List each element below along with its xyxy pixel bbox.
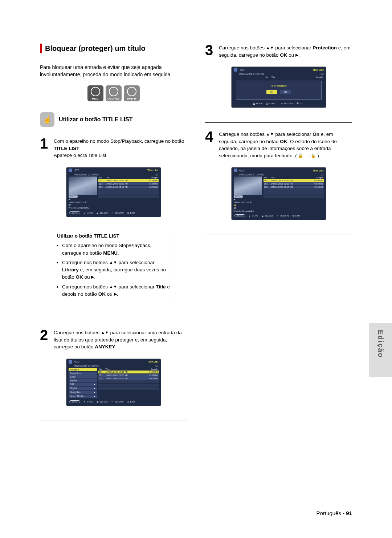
divider <box>40 321 187 321</box>
hdd-osd-icon <box>69 169 72 172</box>
step-1-body: Com o aparelho no modo Stop/Playback, ca… <box>54 137 187 159</box>
section-title-row: Bloquear (proteger) um título <box>40 44 187 53</box>
osd-thumbnail <box>69 177 97 195</box>
divider <box>40 421 187 421</box>
unlock-icon: 🔓 <box>298 153 303 159</box>
section-title: Bloquear (proteger) um título <box>45 44 146 53</box>
hdd-label: HDD <box>92 97 98 100</box>
side-tab-label: Edição <box>376 330 385 358</box>
step-3: 3 Carregue nos botões ▲▼ para selecciona… <box>205 44 352 58</box>
step-1: 1 Com o aparelho no modo Stop/Playback, … <box>40 137 187 159</box>
inset-title: Utilizar o botão TITLE LIST <box>57 232 170 240</box>
step-2: 2 Carregue nos botões ▲▼ para selecciona… <box>40 328 187 351</box>
step-3-body: Carregue nos botões ▲▼ para seleccionar … <box>219 44 352 58</box>
anykey-pill: Anykey <box>69 211 80 214</box>
section-accent-bar <box>40 44 42 53</box>
osd-screenshot-2: HDD Title List JAN/01/2006 17:30 PR11/3 … <box>66 359 161 406</box>
disc-icons-row: HDD DVD-RW DVD-R <box>40 85 187 101</box>
osd-screenshot-4: HDD Title List JAN/01/2006 17:30 PR11/3 … <box>231 167 326 220</box>
inset-bullet-2: Carregue nos botões ▲▼ para seleccionar … <box>62 259 170 281</box>
step-2-number: 2 <box>40 328 50 351</box>
page-footer: Português - 91 <box>317 510 352 516</box>
protect-label: Title Protection: <box>238 85 319 87</box>
subheading-row: ☝ Utilizar o botão TITLE LIST <box>40 112 187 127</box>
remote-button-icon: ☝ <box>40 112 54 127</box>
intro-text: Para bloquear uma entrada e evitar que s… <box>40 64 187 78</box>
divider <box>205 122 352 123</box>
step-1-number: 1 <box>40 137 50 159</box>
inset-bullet-1: Com o aparelho no modo Stop/Playback, ca… <box>62 242 170 257</box>
osd-screenshot-3: HDD Title List JAN/01/2006 17:30 PR11/3 … <box>231 66 326 108</box>
alt-method-box: Utilizar o botão TITLE LIST Com o aparel… <box>51 228 176 306</box>
chapter-side-tab: Edição <box>369 323 392 377</box>
divider <box>205 235 352 235</box>
step-3-number: 3 <box>205 44 215 58</box>
dvd-rw-icon: DVD-RW <box>106 85 122 101</box>
protect-on-btn: On <box>266 90 277 94</box>
dvd-rw-label: DVD-RW <box>107 97 119 100</box>
subheading: Utilizar o botão TITLE LIST <box>59 116 133 123</box>
step-4-number: 4 <box>205 130 215 159</box>
step-4: 4 Carregue nos botões ▲▼ para selecciona… <box>205 130 352 159</box>
step-2-body: Carregue nos botões ▲▼ para seleccionar … <box>54 328 187 351</box>
step-4-body: Carregue nos botões ▲▼ para seleccionar … <box>219 130 352 159</box>
protect-off-btn: Off <box>280 90 291 94</box>
dvd-r-icon: DVD-R <box>124 85 140 101</box>
inset-bullet-3: Carregue nos botões ▲▼ para seleccionar … <box>62 283 170 298</box>
dvd-r-label: DVD-R <box>127 97 136 100</box>
hdd-icon: HDD <box>87 85 103 101</box>
osd-screenshot-1: HDD Title List JAN/01/2006 17:30 PR11/3 … <box>66 167 161 217</box>
lock-icon: 🔒 <box>311 153 316 159</box>
